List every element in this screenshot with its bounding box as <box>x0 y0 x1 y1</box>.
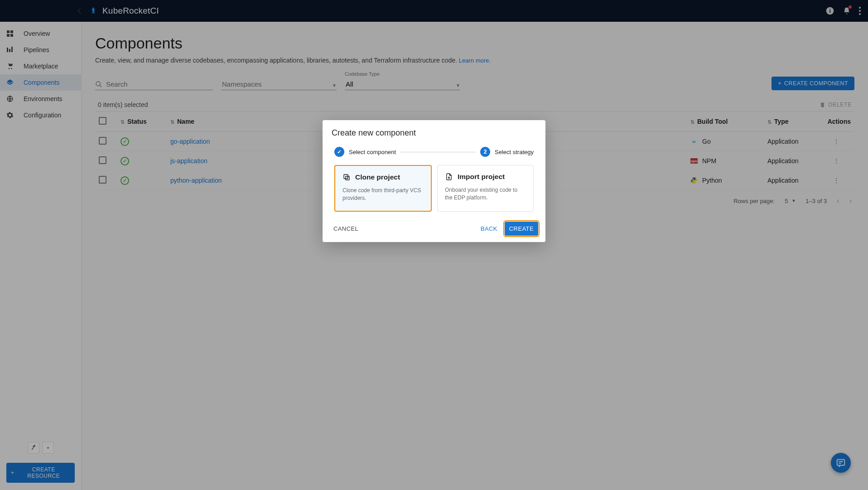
clone-icon <box>342 173 351 181</box>
import-icon <box>445 173 453 181</box>
create-button[interactable]: CREATE <box>505 222 538 236</box>
back-button[interactable]: BACK <box>476 222 502 236</box>
svg-rect-17 <box>346 176 349 180</box>
step-number-icon: 2 <box>480 147 490 157</box>
card-title: Clone project <box>355 173 400 181</box>
svg-rect-16 <box>344 175 348 179</box>
cancel-button[interactable]: CANCEL <box>329 222 363 236</box>
strategy-card-import[interactable]: Import project Onboard your existing cod… <box>437 165 534 212</box>
create-component-modal: Create new component ✓ Select component … <box>323 120 545 242</box>
card-description: Onboard your existing code to the EDP pl… <box>445 186 526 202</box>
step-label: Select strategy <box>495 149 534 155</box>
strategy-card-clone[interactable]: Clone project Clone code from third-part… <box>334 165 432 212</box>
step-done-icon: ✓ <box>334 147 344 157</box>
step-label: Select component <box>349 149 396 155</box>
modal-title: Create new component <box>323 120 545 144</box>
stepper: ✓ Select component 2 Select strategy <box>323 144 545 165</box>
card-title: Import project <box>458 173 505 181</box>
card-description: Clone code from third-party VCS provider… <box>342 187 424 203</box>
modal-overlay[interactable]: Create new component ✓ Select component … <box>0 0 868 490</box>
